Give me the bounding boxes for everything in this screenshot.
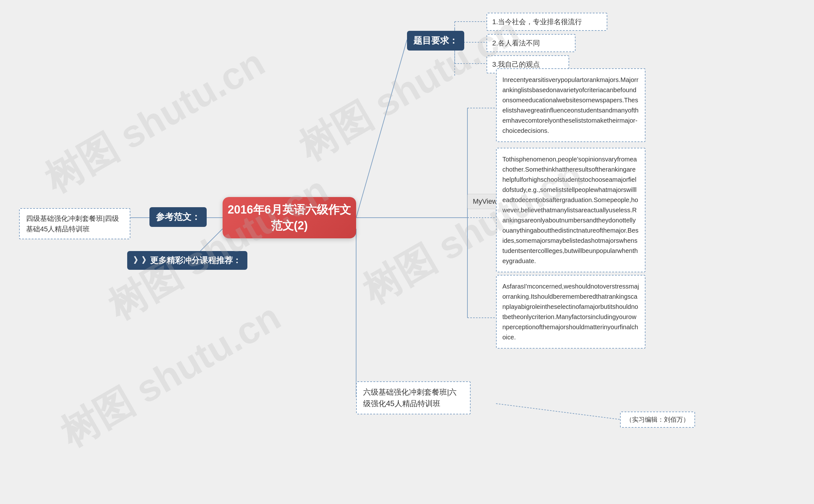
left-training-box: 四级基础强化冲刺套餐班|四级基础45人精品特训班 xyxy=(19,208,130,239)
content-box-3: AsfarasI'mconcerned,weshouldnotoverstres… xyxy=(496,275,646,349)
content-box-2: Tothisphenomenon,people'sopinionsvaryfro… xyxy=(496,148,646,272)
cankao-label: 参考范文： xyxy=(156,212,200,222)
tidu-item-1-text: 1.当今社会，专业排名很流行 xyxy=(492,18,582,26)
central-label: 2016年6月英语六级作文 范文(2) xyxy=(228,202,351,234)
bottom-training-text: 六级基础强化冲刺套餐班|六级强化45人精品特训班 xyxy=(363,388,457,408)
more-branch: 》》更多精彩冲分课程推荐： xyxy=(127,251,247,270)
watermark-3: 树图 shutu.cn xyxy=(51,292,290,460)
editor-note-text: （实习编辑：刘佰万） xyxy=(626,416,689,423)
tidu-item-3-text: 3.我自己的观点 xyxy=(492,60,540,68)
left-training-text: 四级基础强化冲刺套餐班|四级基础45人精品特训班 xyxy=(26,215,119,233)
svg-line-22 xyxy=(496,404,620,419)
content-box-3-text: AsfarasI'mconcerned,weshouldnotoverstres… xyxy=(503,283,639,341)
tidu-item-2-text: 2.各人看法不同 xyxy=(492,39,540,47)
content-box-1-text: Inrecentyearsitisverypopulartorankmajors… xyxy=(503,76,639,134)
editor-note: （实习编辑：刘佰万） xyxy=(620,412,695,428)
more-label: 》》更多精彩冲分课程推荐： xyxy=(133,255,241,265)
tidu-item-2: 2.各人看法不同 xyxy=(487,34,576,52)
bottom-training-box: 六级基础强化冲刺套餐班|六级强化45人精品特训班 xyxy=(356,381,471,414)
tidu-branch: 题目要求： xyxy=(407,31,464,51)
canvas: 树图 shutu.cn 树图 shutu.cn 树图 shutu.cn 树图 s… xyxy=(0,0,814,504)
content-box-2-text: Tothisphenomenon,people'sopinionsvaryfro… xyxy=(503,156,639,264)
content-box-1: Inrecentyearsitisverypopulartorankmajors… xyxy=(496,68,646,142)
watermark-1: 树图 shutu.cn xyxy=(35,37,274,205)
central-node: 2016年6月英语六级作文 范文(2) xyxy=(222,197,356,238)
svg-line-2 xyxy=(356,40,407,218)
connector-svg xyxy=(0,0,814,504)
watermark-2: 树图 shutu.cn xyxy=(99,165,338,332)
tidu-item-1: 1.当今社会，专业排名很流行 xyxy=(487,13,607,31)
tidu-label: 题目要求： xyxy=(414,36,458,45)
cankao-branch: 参考范文： xyxy=(149,207,207,227)
